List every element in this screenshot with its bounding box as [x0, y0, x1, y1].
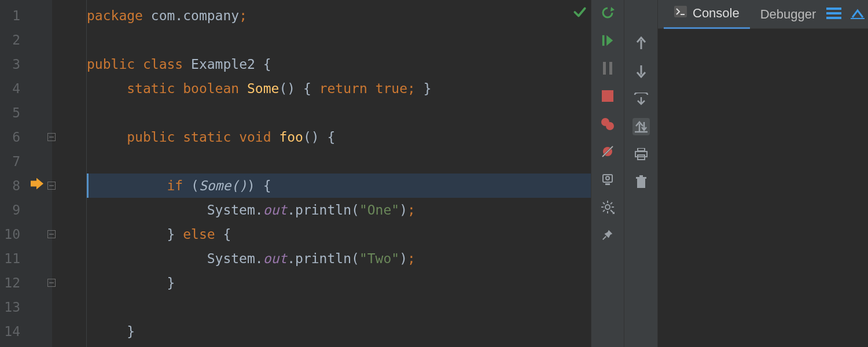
- print-icon[interactable]: [632, 146, 650, 163]
- code-area[interactable]: package com.company; public class Exampl…: [87, 0, 591, 347]
- line-number: 11: [0, 246, 52, 271]
- line-number: 2: [0, 28, 52, 52]
- settings-button[interactable]: [595, 199, 620, 215]
- code-line[interactable]: public class Example2 {: [87, 52, 591, 76]
- line-number: 12: [0, 271, 52, 295]
- code-line[interactable]: System.out.println("One");: [87, 198, 591, 222]
- line-number: 3: [0, 52, 52, 76]
- svg-rect-2: [609, 62, 612, 75]
- stop-button[interactable]: [595, 88, 620, 104]
- tab-label: Console: [693, 6, 740, 21]
- line-number: 4: [0, 76, 52, 101]
- code-line[interactable]: }: [87, 319, 591, 344]
- line-number: 1: [0, 3, 52, 28]
- step-into-icon[interactable]: [632, 90, 650, 108]
- svg-rect-1: [603, 62, 606, 75]
- svg-rect-3: [602, 90, 613, 102]
- execution-point-arrow-icon: [31, 177, 43, 192]
- fold-column: [52, 0, 87, 347]
- code-line-current[interactable]: if (Some()) {: [87, 174, 591, 198]
- fold-toggle-icon[interactable]: [47, 182, 56, 190]
- svg-line-21: [603, 237, 606, 240]
- svg-rect-36: [826, 8, 841, 10]
- tab-label: Debugger: [760, 7, 816, 22]
- line-number: 5: [0, 101, 52, 125]
- svg-rect-28: [638, 148, 645, 151]
- line-number: 8: [0, 174, 52, 198]
- fold-toggle-icon[interactable]: [47, 279, 56, 287]
- step-out-icon[interactable]: [632, 118, 650, 135]
- line-number: 14: [0, 319, 52, 344]
- svg-rect-9: [603, 175, 612, 182]
- expand-icon[interactable]: [851, 7, 865, 22]
- get-thread-dump-button[interactable]: [595, 171, 620, 187]
- svg-line-19: [603, 210, 605, 212]
- resume-button[interactable]: [595, 32, 620, 49]
- rerun-button[interactable]: [595, 5, 620, 21]
- svg-rect-33: [639, 175, 643, 177]
- layout-icon[interactable]: [826, 7, 841, 22]
- svg-rect-38: [826, 17, 841, 19]
- code-line[interactable]: public static void foo() {: [87, 125, 591, 149]
- pin-button[interactable]: [595, 227, 620, 243]
- mute-breakpoints-button[interactable]: [595, 143, 620, 160]
- line-number: 9: [0, 198, 52, 222]
- code-line[interactable]: } else {: [87, 222, 591, 246]
- debug-toolbar: [591, 0, 624, 347]
- code-editor[interactable]: 1 2 3 4 5 6 7 8 9 10 11 12 13 14: [0, 0, 591, 347]
- svg-rect-31: [637, 179, 645, 188]
- svg-point-5: [606, 122, 614, 130]
- code-line[interactable]: static boolean Some() { return true; }: [87, 76, 591, 101]
- line-number: 7: [0, 149, 52, 174]
- fold-toggle-icon[interactable]: [47, 133, 56, 141]
- svg-point-12: [605, 205, 610, 209]
- code-line[interactable]: package com.company;: [87, 3, 591, 28]
- svg-rect-37: [826, 12, 841, 14]
- code-line[interactable]: }: [87, 271, 591, 295]
- svg-rect-11: [605, 183, 610, 185]
- debug-step-toolbar: [624, 0, 658, 347]
- tab-debugger[interactable]: Debugger: [750, 0, 827, 29]
- svg-line-20: [610, 202, 612, 204]
- code-line[interactable]: [87, 28, 591, 52]
- svg-line-17: [603, 202, 605, 204]
- trash-icon[interactable]: [632, 174, 650, 191]
- debug-panel: Console Debugger: [624, 0, 868, 347]
- svg-point-10: [606, 176, 609, 180]
- line-number: 6: [0, 125, 52, 149]
- code-line[interactable]: [87, 101, 591, 125]
- line-gutter: 1 2 3 4 5 6 7 8 9 10 11 12 13 14: [0, 0, 52, 347]
- code-line[interactable]: [87, 149, 591, 174]
- svg-rect-0: [602, 35, 605, 46]
- console-icon: [674, 6, 687, 21]
- step-return-icon[interactable]: [632, 35, 650, 52]
- inspection-ok-icon[interactable]: [572, 5, 587, 23]
- code-line[interactable]: [87, 295, 591, 319]
- tab-console[interactable]: Console: [664, 0, 750, 29]
- pause-button[interactable]: [595, 60, 620, 76]
- step-over-icon[interactable]: [632, 62, 650, 80]
- fold-toggle-icon[interactable]: [47, 230, 56, 238]
- svg-rect-32: [636, 177, 646, 179]
- debug-tabs: Console Debugger: [658, 0, 868, 29]
- console-output[interactable]: [658, 29, 868, 347]
- line-number: 13: [0, 295, 52, 319]
- line-number: 10: [0, 222, 52, 246]
- code-line[interactable]: System.out.println("Two");: [87, 246, 591, 271]
- svg-rect-34: [674, 6, 687, 17]
- view-breakpoints-button[interactable]: [595, 116, 620, 132]
